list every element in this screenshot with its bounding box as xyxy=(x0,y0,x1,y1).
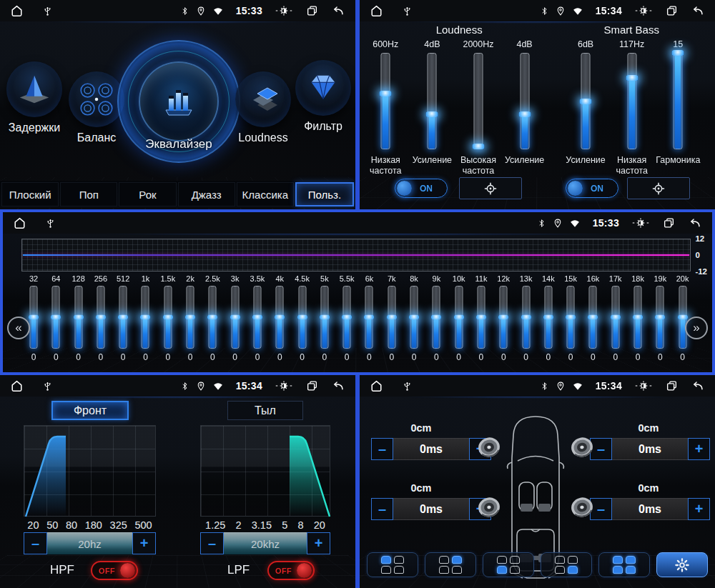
eq-prev-page-button[interactable]: « xyxy=(7,317,30,339)
vertical-slider[interactable] xyxy=(671,53,684,149)
band-slider[interactable] xyxy=(587,286,598,349)
hpf-off-toggle[interactable]: OFF xyxy=(91,561,138,580)
band-slider[interactable] xyxy=(453,286,465,349)
band-slider[interactable] xyxy=(543,286,554,349)
slider-thumb[interactable] xyxy=(380,91,392,96)
preset-tab-2[interactable]: Поп xyxy=(60,182,117,206)
hpf-plus-button[interactable]: + xyxy=(132,532,156,554)
vertical-slider[interactable] xyxy=(425,53,438,149)
recent-apps-icon[interactable] xyxy=(662,216,676,229)
slider-thumb[interactable] xyxy=(518,111,531,117)
band-slider[interactable] xyxy=(117,286,129,349)
tab-rear[interactable]: Тыл xyxy=(227,401,303,420)
preset-tab-5[interactable]: Классика xyxy=(237,182,294,206)
slider-thumb[interactable] xyxy=(252,315,262,320)
band-slider[interactable] xyxy=(430,286,442,349)
delay-settings-button[interactable] xyxy=(656,552,708,577)
back-icon[interactable] xyxy=(691,5,705,17)
slider-thumb[interactable] xyxy=(74,315,84,320)
slider-thumb[interactable] xyxy=(476,315,486,320)
band-slider[interactable] xyxy=(521,286,532,349)
band-slider[interactable] xyxy=(475,286,487,349)
front-right-delay-value[interactable]: 0ms xyxy=(612,438,688,460)
preset-tab-6[interactable]: Польз. xyxy=(295,182,354,206)
slider-thumb[interactable] xyxy=(626,75,638,81)
band-slider[interactable] xyxy=(73,286,84,349)
slider-thumb[interactable] xyxy=(29,315,39,320)
slider-thumb[interactable] xyxy=(342,315,352,320)
band-slider[interactable] xyxy=(139,286,151,349)
brightness-icon[interactable] xyxy=(275,379,293,393)
slider-thumb[interactable] xyxy=(472,144,484,149)
slider-thumb[interactable] xyxy=(207,315,217,320)
slider-thumb[interactable] xyxy=(51,315,61,320)
slider-thumb[interactable] xyxy=(364,315,374,320)
band-slider[interactable] xyxy=(408,286,420,349)
slider-thumb[interactable] xyxy=(96,315,106,320)
brightness-icon[interactable] xyxy=(275,4,293,18)
home-icon[interactable] xyxy=(10,4,24,18)
home-icon[interactable] xyxy=(370,4,383,18)
band-slider[interactable] xyxy=(341,286,352,349)
band-slider[interactable] xyxy=(95,286,107,349)
smartbass-reset-button[interactable] xyxy=(627,177,690,199)
band-slider[interactable] xyxy=(677,286,689,349)
hpf-frequency-value[interactable]: 20hz xyxy=(47,532,132,554)
vertical-slider[interactable] xyxy=(518,53,531,149)
band-slider[interactable] xyxy=(386,286,398,349)
menu-item-filter[interactable]: Фильтр xyxy=(293,60,353,133)
menu-item-delays[interactable]: Задержки xyxy=(4,61,64,134)
band-slider[interactable] xyxy=(654,286,666,349)
back-icon[interactable] xyxy=(688,217,702,229)
loudness-reset-button[interactable] xyxy=(459,177,522,199)
slider-thumb[interactable] xyxy=(297,315,307,320)
home-icon[interactable] xyxy=(13,216,26,230)
slider-thumb[interactable] xyxy=(566,315,576,320)
rear-right-delay-value[interactable]: 0ms xyxy=(612,498,688,520)
slider-thumb[interactable] xyxy=(431,315,441,320)
brightness-icon[interactable] xyxy=(631,216,650,230)
slider-thumb[interactable] xyxy=(320,315,330,320)
menu-item-equalizer[interactable]: Эквалайзер xyxy=(117,40,240,163)
preset-tab-3[interactable]: Рок xyxy=(119,182,176,206)
plus-button[interactable]: + xyxy=(688,438,710,460)
band-slider[interactable] xyxy=(297,286,308,349)
brightness-icon[interactable] xyxy=(634,379,653,393)
menu-item-loudness[interactable]: Loudness xyxy=(232,71,294,144)
slider-thumb[interactable] xyxy=(611,315,621,320)
back-icon[interactable] xyxy=(331,380,345,392)
band-slider[interactable] xyxy=(274,286,285,349)
slider-thumb[interactable] xyxy=(633,315,643,320)
slider-thumb[interactable] xyxy=(672,50,684,56)
band-slider[interactable] xyxy=(498,286,509,349)
slider-thumb[interactable] xyxy=(498,315,508,320)
band-slider[interactable] xyxy=(162,286,174,349)
vertical-slider[interactable] xyxy=(379,53,392,149)
recent-apps-icon[interactable] xyxy=(665,4,679,17)
rear-left-delay-value[interactable]: 0ms xyxy=(393,498,469,520)
band-slider[interactable] xyxy=(319,286,330,349)
preset-front-left-seat[interactable] xyxy=(367,552,418,577)
band-slider[interactable] xyxy=(632,286,644,349)
preset-tab-4[interactable]: Джазз xyxy=(178,182,235,206)
lpf-off-toggle[interactable]: OFF xyxy=(267,561,315,580)
preset-all-seats[interactable] xyxy=(598,552,650,577)
slider-thumb[interactable] xyxy=(678,315,688,320)
lpf-frequency-value[interactable]: 20khz xyxy=(224,532,307,554)
band-slider[interactable] xyxy=(252,286,263,349)
preset-tab-1[interactable]: Плоский xyxy=(1,182,59,206)
band-slider[interactable] xyxy=(50,286,61,349)
band-slider[interactable] xyxy=(565,286,576,349)
slider-thumb[interactable] xyxy=(521,315,531,320)
back-icon[interactable] xyxy=(691,380,705,392)
vertical-slider[interactable] xyxy=(579,53,592,149)
smartbass-on-toggle[interactable]: ON xyxy=(566,179,618,198)
lpf-plus-button[interactable]: + xyxy=(307,532,330,554)
minus-button[interactable]: – xyxy=(371,498,393,520)
recent-apps-icon[interactable] xyxy=(665,379,679,392)
band-slider[interactable] xyxy=(230,286,241,349)
eq-next-page-button[interactable]: » xyxy=(685,317,708,339)
preset-rear-left-seat[interactable] xyxy=(483,552,534,577)
recent-apps-icon[interactable] xyxy=(305,4,319,17)
preset-rear-right-seat[interactable] xyxy=(541,552,592,577)
